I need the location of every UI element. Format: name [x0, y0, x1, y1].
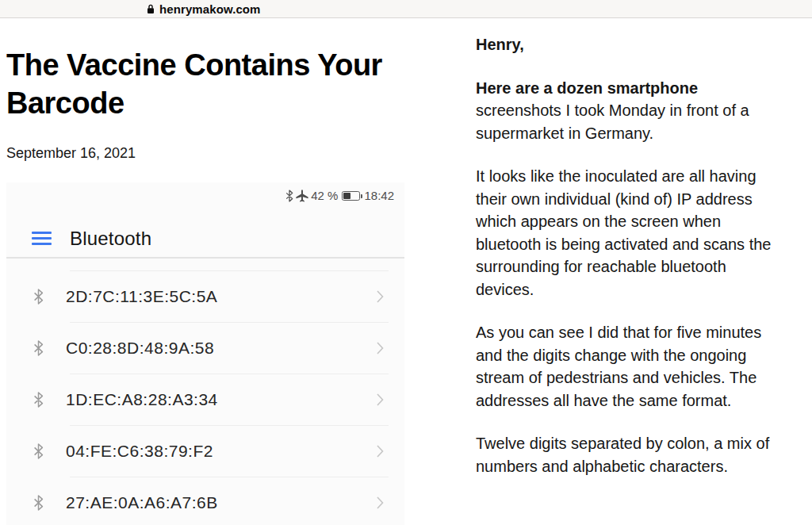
article-column: The Vaccine Contains Your Barcode Septem…: [6, 18, 404, 525]
lock-icon: [147, 4, 155, 14]
article-date: September 16, 2021: [6, 144, 404, 163]
letter-salutation: Henry,: [476, 33, 783, 56]
page-title: The Vaccine Contains Your Barcode: [6, 46, 404, 122]
chevron-right-icon: [377, 445, 384, 458]
device-row[interactable]: C0:28:8D:48:9A:58: [6, 323, 404, 374]
letter-paragraph-rest: screenshots I took Monday in front of a …: [476, 102, 749, 142]
chevron-right-icon: [377, 496, 384, 509]
address-bar-url[interactable]: henrymakow.com: [147, 0, 261, 17]
bluetooth-status-icon: [285, 190, 293, 202]
device-address: C0:28:8D:48:9A:58: [66, 339, 214, 358]
chevron-right-icon: [377, 393, 384, 406]
url-text: henrymakow.com: [159, 2, 261, 16]
battery-icon: [342, 191, 360, 201]
phone-status-bar: 42 % 18:42: [6, 182, 404, 203]
airplane-mode-icon: [296, 190, 308, 202]
device-address: 1D:EC:A8:28:A3:34: [66, 390, 218, 409]
chevron-right-icon: [377, 290, 384, 303]
device-row[interactable]: 04:FE:C6:38:79:F2: [6, 426, 404, 477]
letter-paragraph: It looks like the inoculated are all hav…: [476, 165, 783, 301]
device-row[interactable]: 27:AE:0A:A6:A7:6B: [6, 477, 404, 525]
letter-column: Henry, Here are a dozen smartphone scree…: [476, 33, 783, 498]
bluetooth-icon: [33, 443, 44, 459]
battery-percent: 42 %: [311, 189, 338, 203]
menu-icon[interactable]: [32, 232, 52, 245]
bluetooth-icon: [33, 495, 44, 511]
browser-address-bar: henrymakow.com: [0, 0, 812, 18]
letter-paragraph: Here are a dozen smartphone screenshots …: [476, 77, 783, 145]
device-address: 2D:7C:11:3E:5C:5A: [66, 287, 217, 306]
status-time: 18:42: [364, 189, 394, 203]
phone-screenshot: 42 % 18:42 Bluetooth 2D:7C:11:3E:5C:5A: [6, 182, 404, 525]
chevron-right-icon: [377, 342, 384, 354]
bluetooth-icon: [33, 392, 44, 408]
letter-paragraph: As you can see I did that for five minut…: [476, 321, 783, 412]
header-divider: [6, 257, 404, 259]
bluetooth-icon: [33, 289, 44, 305]
letter-paragraph-bold: Here are a dozen smartphone: [476, 79, 698, 97]
device-address: 04:FE:C6:38:79:F2: [66, 442, 213, 461]
bluetooth-icon: [33, 340, 44, 356]
device-row[interactable]: 2D:7C:11:3E:5C:5A: [6, 271, 404, 322]
letter-paragraph: Twelve digits separated by colon, a mix …: [476, 432, 783, 477]
bluetooth-header: Bluetooth: [6, 225, 404, 251]
bluetooth-title: Bluetooth: [70, 228, 151, 250]
device-address: 27:AE:0A:A6:A7:6B: [66, 493, 218, 512]
device-row[interactable]: 1D:EC:A8:28:A3:34: [6, 374, 404, 425]
